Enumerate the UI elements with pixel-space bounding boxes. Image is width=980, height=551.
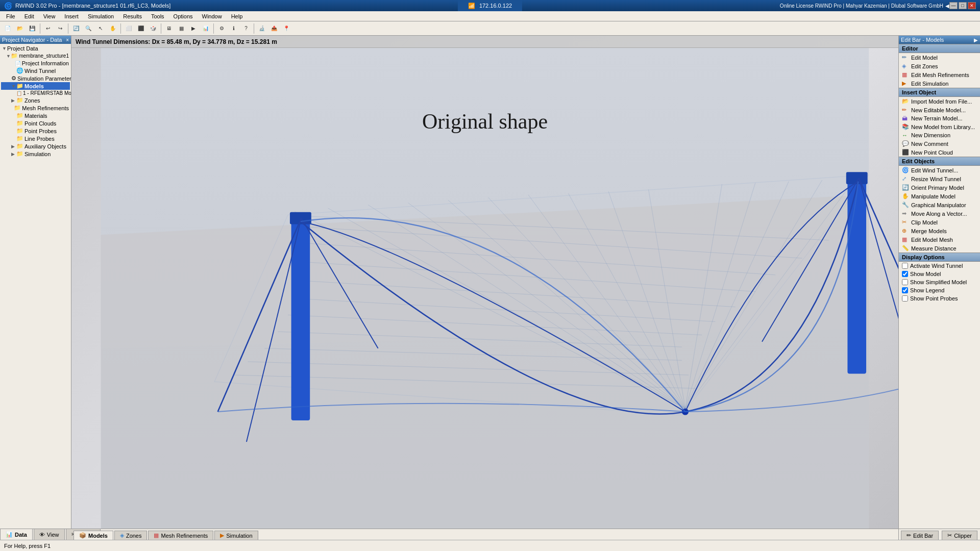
menu-options[interactable]: Options (169, 12, 197, 20)
tb-simulation[interactable]: 🔬 (256, 23, 267, 34)
tab-clipper[interactable]: ✂ Clipper (942, 531, 977, 540)
tb-display[interactable]: 🖥 (163, 23, 175, 34)
item-new-terrain[interactable]: 🏔 New Terrain Model... (899, 114, 980, 122)
tb-results[interactable]: 📊 (200, 23, 211, 34)
section-edit-objects: Edit Objects (899, 157, 980, 166)
tb-view-front[interactable]: ⬜ (123, 23, 134, 34)
item-new-editable[interactable]: ✏ New Editable Model... (899, 106, 980, 114)
section-editor: Editor (899, 44, 980, 53)
tab-data[interactable]: 📊 Data (0, 529, 33, 540)
tree-models[interactable]: ▼ 📁 Models (1, 82, 70, 90)
minimize-button[interactable]: — (949, 2, 958, 9)
item-edit-mesh[interactable]: ▦ Edit Model Mesh (899, 235, 980, 244)
tb-info[interactable]: ℹ (228, 23, 239, 34)
model-area[interactable]: Original shape (71, 48, 898, 529)
item-graphical-manipulator[interactable]: 🔧 Graphical Manipulator (899, 201, 980, 209)
tb-save[interactable]: 💾 (27, 23, 38, 34)
tree-line-probes[interactable]: 📁 Line Probes (1, 135, 70, 142)
tb-export[interactable]: 📤 (268, 23, 280, 34)
item-edit-zones[interactable]: ◈ Edit Zones (899, 62, 980, 70)
tb-view-top[interactable]: ⬛ (135, 23, 146, 34)
close-button[interactable]: ✕ (968, 2, 976, 9)
menu-tools[interactable]: Tools (147, 12, 168, 20)
item-new-comment[interactable]: 💬 New Comment (899, 139, 980, 148)
tb-run[interactable]: ▶ (188, 23, 199, 34)
checkbox-show-model[interactable]: Show Model (899, 270, 980, 278)
tb-mesh[interactable]: ▦ (176, 23, 187, 34)
tb-open[interactable]: 📂 (14, 23, 26, 34)
checkbox-leg-input[interactable] (902, 287, 908, 293)
viewport[interactable]: Wind Tunnel Dimensions: Dx = 85.48 m, Dy… (71, 36, 898, 529)
left-panel-controls[interactable]: × (66, 37, 69, 43)
tree-materials[interactable]: 📁 Materials (1, 112, 70, 119)
tab-zones[interactable]: ◈ Zones (114, 531, 148, 540)
tb-undo[interactable]: ↩ (42, 23, 54, 34)
tab-view[interactable]: 👁 View (34, 529, 65, 540)
item-edit-simulation[interactable]: ▶ Edit Simulation (899, 79, 980, 88)
checkbox-show-legend[interactable]: Show Legend (899, 286, 980, 294)
new-comment-icon: 💬 (902, 140, 909, 147)
menu-edit[interactable]: Edit (20, 12, 38, 20)
checkbox-wind-tunnel[interactable]: Activate Wind Tunnel (899, 262, 980, 270)
tab-mesh-refinements[interactable]: ▦ Mesh Refinements (148, 531, 213, 540)
license-collapse[interactable]: ◀ (945, 3, 949, 9)
bottom-tabs-bar: 📊 Data 👁 View ✂ Secti... 📦 Models ◈ Zone… (0, 529, 980, 540)
item-clip-model[interactable]: ✂ Clip Model (899, 218, 980, 227)
checkbox-pp-input[interactable] (902, 295, 908, 302)
tab-simulation[interactable]: ▶ Simulation (214, 531, 258, 540)
tree-point-clouds[interactable]: 📁 Point Clouds (1, 119, 70, 127)
tree-sim-params[interactable]: ⚙ Simulation Parameters (1, 74, 70, 82)
menu-results[interactable]: Results (119, 12, 146, 20)
tb-rotate[interactable]: 🔄 (70, 23, 82, 34)
menu-file[interactable]: File (2, 12, 19, 20)
checkbox-simplified-model[interactable]: Show Simplified Model (899, 278, 980, 286)
checkbox-point-probes[interactable]: Show Point Probes (899, 294, 980, 303)
tb-new[interactable]: 📄 (2, 23, 13, 34)
tb-probe[interactable]: 📍 (281, 23, 292, 34)
item-measure-distance[interactable]: 📏 Measure Distance (899, 244, 980, 253)
item-edit-wind-tunnel[interactable]: 🌀 Edit Wind Tunnel... (899, 166, 980, 174)
section-display-options: Display Options (899, 253, 980, 262)
tree-point-probes[interactable]: 📁 Point Probes (1, 127, 70, 135)
tree-simulation[interactable]: ▶ 📁 Simulation (1, 150, 70, 158)
tree-wind-tunnel[interactable]: 🌐 Wind Tunnel (1, 67, 70, 74)
tb-select[interactable]: ↖ (95, 23, 106, 34)
tree-aux-objects[interactable]: ▶ 📁 Auxiliary Objects (1, 142, 70, 150)
tb-view-3d[interactable]: 🎲 (148, 23, 159, 34)
tb-pan[interactable]: ✋ (107, 23, 118, 34)
menu-simulation[interactable]: Simulation (84, 12, 118, 20)
tree-mesh-ref[interactable]: 📁 Mesh Refinements (1, 104, 70, 112)
menu-view[interactable]: View (39, 12, 60, 20)
tree-project-data[interactable]: ▼ Project Data (1, 45, 70, 52)
checkbox-sm-input[interactable] (902, 271, 908, 277)
right-panel-collapse[interactable]: ▶ (974, 37, 978, 43)
tab-models[interactable]: 📦 Models (74, 531, 113, 540)
item-move-vector[interactable]: ➡ Move Along a Vector... (899, 209, 980, 218)
maximize-button[interactable]: □ (959, 2, 967, 9)
tb-zoom[interactable]: 🔍 (83, 23, 94, 34)
checkbox-wt-input[interactable] (902, 263, 908, 269)
item-import-model[interactable]: 📂 Import Model from File... (899, 97, 980, 106)
item-manipulate-model[interactable]: ✋ Manipulate Model (899, 192, 980, 201)
item-new-point-cloud[interactable]: ⬛ New Point Cloud (899, 148, 980, 157)
tree-rfem[interactable]: 📋 1 - RFEM/RSTAB Mo (1, 90, 70, 96)
tree-membrane[interactable]: ▼ 📁 membrane_structure1 (1, 52, 70, 60)
tb-settings[interactable]: ⚙ (216, 23, 227, 34)
menu-help[interactable]: Help (227, 12, 247, 20)
item-edit-model[interactable]: ✏ Edit Model (899, 53, 980, 62)
menu-window[interactable]: Window (198, 12, 226, 20)
item-merge-models[interactable]: ⊕ Merge Models (899, 227, 980, 235)
item-resize-wind-tunnel[interactable]: ⤢ Resize Wind Tunnel (899, 174, 980, 183)
tree-zones[interactable]: ▶ 📁 Zones (1, 96, 70, 104)
tab-edit-bar[interactable]: ✏ Edit Bar (901, 531, 939, 540)
item-new-library[interactable]: 📚 New Model from Library... (899, 122, 980, 131)
item-new-dimension[interactable]: ↔ New Dimension (899, 131, 980, 139)
tb-help[interactable]: ? (240, 23, 252, 34)
tree-project-info[interactable]: 📄 Project Information (1, 60, 70, 67)
item-orient-model[interactable]: 🔄 Orient Primary Model (899, 183, 980, 192)
menu-insert[interactable]: Insert (60, 12, 83, 20)
checkbox-simp-input[interactable] (902, 279, 908, 285)
item-edit-mesh-refinements[interactable]: ▦ Edit Mesh Refinements (899, 70, 980, 79)
right-panel: Edit Bar - Models ▶ Editor ✏ Edit Model … (898, 36, 980, 529)
tb-redo[interactable]: ↪ (55, 23, 66, 34)
